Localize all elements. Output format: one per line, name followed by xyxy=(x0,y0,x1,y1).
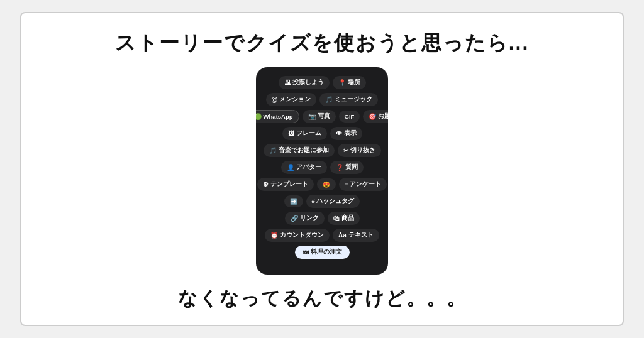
sticker-frame: 🖼フレーム xyxy=(282,127,327,140)
sticker-link: 🔗リンク xyxy=(285,212,325,225)
sticker-avatar: 👤アバター xyxy=(281,161,327,174)
sticker-odai: 🎯お題 xyxy=(363,110,388,123)
sticker-gif: GIF xyxy=(339,111,360,123)
sticker-row-8: ➡️ # ハッシュタグ xyxy=(284,195,360,208)
sticker-food-order: 🍽料理の注文 xyxy=(295,246,350,259)
sticker-countdown: ⏰カウントダウン xyxy=(265,229,330,242)
phone-mockup: 🗳投票しよう 📍場所 @メンション 🎵ミュージック 🟢WhatsApp 📷写真 … xyxy=(256,67,388,275)
sticker-text: Aaテキスト xyxy=(333,229,379,242)
sticker-row-5: 🎵音楽でお題に参加 ✂切り抜き xyxy=(264,144,381,157)
sticker-photo: 📷写真 xyxy=(303,110,336,123)
sticker-row-3: 🟢WhatsApp 📷写真 GIF 🎯お題 xyxy=(256,110,388,123)
sticker-hashtag: # ハッシュタグ xyxy=(306,195,360,208)
sticker-product: 🛍商品 xyxy=(328,212,360,225)
sticker-question: ❓質問 xyxy=(330,161,364,174)
sticker-music: 🎵ミュージック xyxy=(319,93,378,106)
sticker-row-11: 🍽料理の注文 xyxy=(295,246,350,259)
sticker-music-odai: 🎵音楽でお題に参加 xyxy=(264,144,335,157)
sticker-row-2: @メンション 🎵ミュージック xyxy=(266,93,379,106)
sticker-row-10: ⏰カウントダウン Aaテキスト xyxy=(265,229,379,242)
sticker-row-7: ⚙テンプレート 😍 ≡ アンケート xyxy=(257,178,387,191)
sticker-emoji: 😍 xyxy=(317,178,336,190)
sticker-whatsapp: 🟢WhatsApp xyxy=(256,110,299,123)
sticker-display: 👁表示 xyxy=(330,127,362,140)
main-card: ストーリーでクイズを使おうと思ったら... 🗳投票しよう 📍場所 @メンション … xyxy=(20,12,624,326)
sticker-row-6: 👤アバター ❓質問 xyxy=(281,161,364,174)
sticker-row-4: 🖼フレーム 👁表示 xyxy=(282,127,362,140)
sticker-row-9: 🔗リンク 🛍商品 xyxy=(285,212,360,225)
top-heading: ストーリーでクイズを使おうと思ったら... xyxy=(115,31,530,55)
sticker-vote: 🗳投票しよう xyxy=(279,76,330,89)
sticker-arrow: ➡️ xyxy=(284,195,303,207)
sticker-location: 📍場所 xyxy=(333,76,366,89)
sticker-row-1: 🗳投票しよう 📍場所 xyxy=(279,76,366,89)
sticker-poll: ≡ アンケート xyxy=(339,178,387,191)
sticker-template: ⚙テンプレート xyxy=(257,178,314,191)
sticker-mention: @メンション xyxy=(266,93,317,106)
phone-container: 🗳投票しよう 📍場所 @メンション 🎵ミュージック 🟢WhatsApp 📷写真 … xyxy=(256,67,388,275)
sticker-cutout: ✂切り抜き xyxy=(338,144,381,157)
bottom-heading: なくなってるんですけど。。。 xyxy=(178,287,467,310)
